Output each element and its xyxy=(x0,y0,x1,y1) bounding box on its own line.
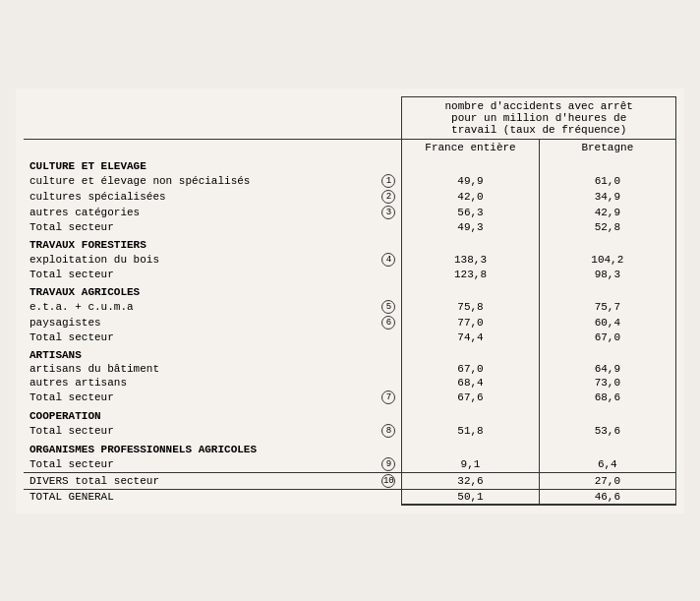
row-label: Total secteur9 xyxy=(24,456,402,473)
data-row: exploitation du bois4 138,3 104,2 xyxy=(24,252,676,268)
row-bretagne: 104,2 xyxy=(539,252,675,268)
section-bretagne xyxy=(539,344,675,362)
data-table: nombre d'accidents avec arrêt pour un mi… xyxy=(24,96,676,506)
data-row: paysagistes6 77,0 60,4 xyxy=(24,315,676,331)
section-france xyxy=(402,344,539,362)
row-bretagne: 75,7 xyxy=(539,299,675,315)
data-row: Total secteur 49,3 52,8 xyxy=(24,220,676,234)
row-france: 49,3 xyxy=(402,220,539,234)
total-bretagne: 46,6 xyxy=(539,489,675,505)
table-body: CULTURE ET ELEVAGE culture et élevage no… xyxy=(24,155,676,505)
circle-num: 7 xyxy=(381,391,395,404)
circle-num: 8 xyxy=(381,424,395,438)
section-bretagne xyxy=(539,281,675,299)
total-general-row: TOTAL GENERAL 50,1 46,6 xyxy=(24,489,676,505)
row-bretagne: 68,6 xyxy=(539,390,675,405)
section-header-row: TRAVAUX FORESTIERS xyxy=(24,234,676,252)
circle-num: 5 xyxy=(381,300,395,314)
circle-num: 9 xyxy=(381,457,395,471)
data-row: Total secteur 123,8 98,3 xyxy=(24,268,676,281)
row-bretagne: 64,9 xyxy=(539,362,675,376)
section-france xyxy=(402,405,539,423)
circle-num: 10 xyxy=(381,474,395,488)
row-label: Total secteur xyxy=(24,268,402,281)
data-row: Total secteur8 51,8 53,6 xyxy=(24,423,676,439)
row-bretagne: 67,0 xyxy=(539,331,675,344)
bretagne-header: Bretagne xyxy=(539,139,675,155)
row-bretagne: 98,3 xyxy=(539,268,675,281)
divers-row: DIVERS total secteur 10 32,6 27,0 xyxy=(24,472,676,489)
row-bretagne: 42,9 xyxy=(539,205,675,220)
total-france: 50,1 xyxy=(402,489,539,505)
section-header-row: CULTURE ET ELEVAGE xyxy=(24,155,676,173)
circle-num: 4 xyxy=(381,253,395,267)
section-label: TRAVAUX AGRICOLES xyxy=(24,281,402,299)
row-france: 75,8 xyxy=(402,299,539,315)
section-bretagne xyxy=(539,234,675,252)
section-france xyxy=(402,155,539,173)
label-header xyxy=(24,96,402,139)
row-france: 56,3 xyxy=(402,205,539,220)
row-france: 49,9 xyxy=(402,173,539,189)
circle-num: 1 xyxy=(381,174,395,188)
row-france: 68,4 xyxy=(402,376,539,390)
row-label: paysagistes6 xyxy=(24,315,402,331)
france-header: France entière xyxy=(402,139,539,155)
data-row: artisans du bâtiment 67,0 64,9 xyxy=(24,362,676,376)
section-header-row: ARTISANS xyxy=(24,344,676,362)
section-header-row: ORGANISMES PROFESSIONNELS AGRICOLES xyxy=(24,439,676,456)
row-label: exploitation du bois4 xyxy=(24,252,402,268)
data-row: cultures spécialisées2 42,0 34,9 xyxy=(24,189,676,205)
data-row: e.t.a. + c.u.m.a5 75,8 75,7 xyxy=(24,299,676,315)
row-bretagne: 34,9 xyxy=(539,189,675,205)
header-row-main: nombre d'accidents avec arrêt pour un mi… xyxy=(24,96,676,139)
section-label: COOPERATION xyxy=(24,405,402,423)
row-label: Total secteur xyxy=(24,220,402,234)
row-bretagne: 60,4 xyxy=(539,315,675,331)
row-label: Total secteur8 xyxy=(24,423,402,439)
row-france: 138,3 xyxy=(402,252,539,268)
row-bretagne: 53,6 xyxy=(539,423,675,439)
section-label: ORGANISMES PROFESSIONNELS AGRICOLES xyxy=(24,439,402,456)
row-france: 51,8 xyxy=(402,423,539,439)
section-label: ARTISANS xyxy=(24,344,402,362)
row-label: autres catégories3 xyxy=(24,205,402,220)
section-bretagne xyxy=(539,155,675,173)
row-france: 123,8 xyxy=(402,268,539,281)
accidents-header: nombre d'accidents avec arrêt pour un mi… xyxy=(402,96,676,139)
total-label: TOTAL GENERAL xyxy=(24,489,402,505)
header-row-sub: France entière Bretagne xyxy=(24,139,676,155)
data-row: Total secteur7 67,6 68,6 xyxy=(24,390,676,405)
row-label: e.t.a. + c.u.m.a5 xyxy=(24,299,402,315)
row-france: 74,4 xyxy=(402,331,539,344)
section-france xyxy=(402,439,539,456)
row-bretagne: 6,4 xyxy=(539,456,675,473)
circle-num: 6 xyxy=(381,316,395,330)
label-subheader xyxy=(24,139,402,155)
section-france xyxy=(402,281,539,299)
divers-france: 32,6 xyxy=(402,472,539,489)
row-label: artisans du bâtiment xyxy=(24,362,402,376)
section-header-row: TRAVAUX AGRICOLES xyxy=(24,281,676,299)
row-france: 67,6 xyxy=(402,390,539,405)
divers-label: DIVERS total secteur 10 xyxy=(24,472,402,489)
row-france: 67,0 xyxy=(402,362,539,376)
circle-num: 3 xyxy=(381,206,395,219)
row-france: 77,0 xyxy=(402,315,539,331)
row-label: autres artisans xyxy=(24,376,402,390)
row-label: Total secteur xyxy=(24,331,402,344)
data-row: autres catégories3 56,3 42,9 xyxy=(24,205,676,220)
section-label: CULTURE ET ELEVAGE xyxy=(24,155,402,173)
row-label: culture et élevage non spécialisés1 xyxy=(24,173,402,189)
data-row: Total secteur9 9,1 6,4 xyxy=(24,456,676,473)
table-wrapper: nombre d'accidents avec arrêt pour un mi… xyxy=(16,89,684,513)
section-bretagne xyxy=(539,439,675,456)
data-row: Total secteur 74,4 67,0 xyxy=(24,331,676,344)
divers-bretagne: 27,0 xyxy=(539,472,675,489)
row-bretagne: 61,0 xyxy=(539,173,675,189)
row-france: 9,1 xyxy=(402,456,539,473)
section-header-row: COOPERATION xyxy=(24,405,676,423)
row-label: Total secteur7 xyxy=(24,390,402,405)
row-bretagne: 52,8 xyxy=(539,220,675,234)
circle-num: 2 xyxy=(381,190,395,204)
